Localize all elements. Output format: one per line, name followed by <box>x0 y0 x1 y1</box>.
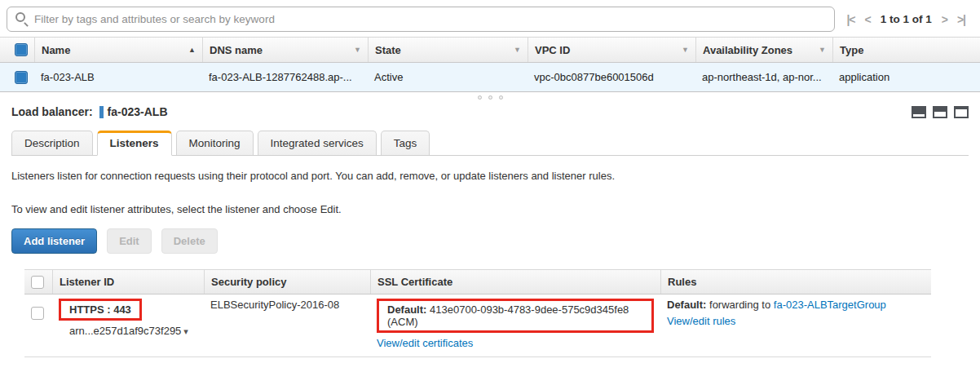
column-header-ssl-certificate[interactable]: SSL Certificate <box>370 270 660 294</box>
listener-id-value: HTTPS : 443 <box>69 303 131 316</box>
detail-tabs: Description Listeners Monitoring Integra… <box>11 131 969 156</box>
column-header-rules[interactable]: Rules <box>660 270 931 294</box>
search-icon <box>15 12 25 22</box>
listener-actions: Add listener Edit Delete <box>11 228 969 254</box>
add-listener-button[interactable]: Add listener <box>11 228 97 254</box>
listeners-table-header: Listener ID Security policy SSL Certific… <box>24 269 931 294</box>
column-header-label: Name <box>42 44 70 56</box>
lb-table-row[interactable]: fa-023-ALB fa-023-ALB-1287762488.ap-... … <box>0 63 980 92</box>
cell-vpc-id: vpc-0bc0877be6001506d <box>528 71 695 83</box>
listener-id-annotation-box: HTTPS : 443 <box>59 299 142 321</box>
column-header-listener-id[interactable]: Listener ID <box>52 270 204 294</box>
pane-layout-controls <box>912 106 969 118</box>
target-group-link[interactable]: fa-023-ALBTargetGroup <box>774 299 886 311</box>
edit-button[interactable]: Edit <box>107 228 152 254</box>
sort-desc-icon: ▼ <box>354 46 361 54</box>
column-header-vpc-id[interactable]: VPC ID ▼ <box>528 38 695 62</box>
pane-resize-handle[interactable] <box>0 92 980 103</box>
listeners-hint-text: To view and edit listener attributes, se… <box>11 203 969 215</box>
column-header-type[interactable]: Type <box>832 38 980 62</box>
listeners-table: Listener ID Security policy SSL Certific… <box>24 269 931 357</box>
listeners-intro-text: Listeners listen for connection requests… <box>11 170 969 182</box>
detail-pane: Load balancer: fa-023-ALB Description Li… <box>0 105 980 357</box>
column-header-availability-zones[interactable]: Availability Zones ▼ <box>695 38 832 62</box>
caret-down-icon: ▾ <box>183 326 188 336</box>
prev-page-icon[interactable]: < <box>865 13 871 26</box>
tab-integrated-services[interactable]: Integrated services <box>258 131 377 155</box>
drag-dot-icon <box>478 95 482 100</box>
ssl-default-label: Default: <box>387 303 426 316</box>
drag-dot-icon <box>499 95 503 100</box>
rules-default-label: Default: <box>667 299 706 311</box>
column-header-label: Type <box>840 44 863 56</box>
listener-row-checkbox[interactable] <box>31 307 44 320</box>
first-page-icon[interactable]: |< <box>846 13 854 26</box>
selection-bar-icon <box>99 106 104 118</box>
pane-bottom-full-icon[interactable] <box>954 106 969 118</box>
view-edit-rules-link[interactable]: View/edit rules <box>667 315 735 327</box>
sort-asc-icon: ▲ <box>188 46 196 54</box>
tab-listeners[interactable]: Listeners <box>97 131 172 156</box>
ssl-certificate-annotation-box: Default: 413e0700-093b-4783-9dee-575c9d3… <box>377 299 654 333</box>
cell-listener-id: HTTPS : 443 arn...e257d1af9c73f295▾ <box>52 299 204 337</box>
cell-state: Active <box>368 71 528 83</box>
rules-action-text: forwarding to <box>709 299 770 311</box>
pagination-label: 1 to 1 of 1 <box>881 13 932 25</box>
column-header-security-policy[interactable]: Security policy <box>204 270 370 294</box>
cell-name: fa-023-ALB <box>34 71 202 83</box>
next-page-icon[interactable]: > <box>942 13 947 26</box>
tab-tags[interactable]: Tags <box>381 131 430 155</box>
lb-table-header: Name ▲ DNS name ▼ State ▼ VPC ID ▼ Avail… <box>0 37 980 63</box>
pagination: |< < 1 to 1 of 1 > >| <box>846 13 972 26</box>
column-header-dns-name[interactable]: DNS name ▼ <box>202 38 368 62</box>
cell-rules: Default: forwarding to fa-023-ALBTargetG… <box>660 299 931 327</box>
column-header-label: State <box>375 44 401 56</box>
cell-security-policy: ELBSecurityPolicy-2016-08 <box>204 299 370 311</box>
listener-arn-text: arn...e257d1af9c73f295 <box>69 325 181 337</box>
search-input[interactable] <box>7 7 835 32</box>
listener-arn-dropdown[interactable]: arn...e257d1af9c73f295▾ <box>59 325 197 337</box>
sort-desc-icon: ▼ <box>682 46 689 54</box>
filter-bar: |< < 1 to 1 of 1 > >| <box>0 0 980 37</box>
cell-ssl-certificate: Default: 413e0700-093b-4783-9dee-575c9d3… <box>370 299 660 349</box>
tab-description[interactable]: Description <box>11 131 93 155</box>
delete-button[interactable]: Delete <box>161 228 218 254</box>
cell-type: application <box>832 71 980 83</box>
sort-desc-icon: ▼ <box>819 46 826 54</box>
column-header-name[interactable]: Name ▲ <box>34 38 202 62</box>
pane-bottom-half-icon[interactable] <box>933 106 947 118</box>
view-edit-certificates-link[interactable]: View/edit certificates <box>377 337 473 349</box>
tab-monitoring[interactable]: Monitoring <box>176 131 254 155</box>
row-checkbox[interactable] <box>15 71 28 84</box>
cell-availability-zones: ap-northeast-1d, ap-nor... <box>695 71 832 83</box>
column-header-label: VPC ID <box>535 44 570 56</box>
search-wrap <box>7 7 835 32</box>
column-header-label: Availability Zones <box>703 44 792 56</box>
detail-title-label: Load balancer: <box>11 105 93 118</box>
pane-bottom-small-icon[interactable] <box>912 106 926 118</box>
detail-title-value: fa-023-ALB <box>108 105 168 118</box>
cell-dns-name: fa-023-ALB-1287762488.ap-... <box>202 71 368 83</box>
column-header-label: DNS name <box>210 44 263 56</box>
column-header-state[interactable]: State ▼ <box>368 38 528 62</box>
detail-title-row: Load balancer: fa-023-ALB <box>11 105 969 118</box>
drag-dot-icon <box>488 95 492 100</box>
select-all-checkbox[interactable] <box>15 43 28 56</box>
listeners-select-all-checkbox[interactable] <box>31 276 44 289</box>
last-page-icon[interactable]: >| <box>957 13 965 26</box>
sort-desc-icon: ▼ <box>514 46 521 54</box>
listener-row[interactable]: HTTPS : 443 arn...e257d1af9c73f295▾ ELBS… <box>24 294 931 357</box>
